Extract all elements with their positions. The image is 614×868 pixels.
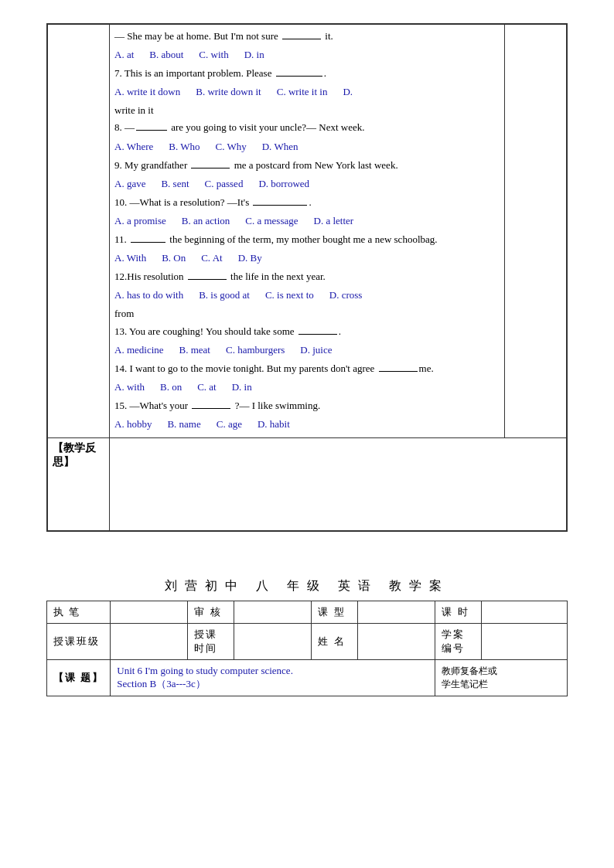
q9-a: A. gave — [114, 175, 145, 192]
q7-c: C. write it in — [277, 83, 328, 100]
q7-b: B. write down it — [196, 83, 261, 100]
top-section: — She may be at home. But I'm not sure i… — [46, 23, 568, 532]
reflection-area — [110, 438, 567, 531]
q12-d: D. cross — [329, 287, 363, 304]
shenhe-value — [234, 601, 312, 624]
course-content: Unit 6 I'm going to study computer scien… — [111, 660, 435, 696]
teacher-notes: 教师复备栏或学生笔记栏 — [435, 660, 568, 696]
q10-b: B. an action — [182, 213, 230, 230]
info-row2: 授课班级 授课时间 姓 名 学案编号 — [47, 624, 568, 660]
q8-c: C. Why — [216, 138, 247, 155]
info-row1: 执 笔 审 核 课 型 课 时 — [47, 601, 568, 624]
q11-a: A. With — [114, 250, 146, 267]
q14-d: D. in — [232, 379, 252, 396]
keshi-value — [482, 601, 568, 624]
q9-b: B. sent — [161, 175, 189, 192]
school-title: 刘营初中 八 年级 英语 教学案 — [46, 578, 568, 594]
intro-line: — She may be at home. But I'm not sure i… — [114, 28, 500, 45]
q8-text: 8. — are you going to visit your uncle?—… — [114, 119, 500, 136]
shijian-value — [234, 624, 312, 660]
keti-label: 【课 题】 — [47, 660, 111, 696]
questions-table: — She may be at home. But I'm not sure i… — [47, 24, 567, 531]
q7-text: 7. This is an important problem. Please … — [114, 65, 500, 82]
q10-d: D. a letter — [314, 213, 354, 230]
q9-c: C. passed — [205, 175, 244, 192]
q15-text: 15. —What's your ?— I like swimming. — [114, 397, 500, 414]
course-row: 【课 题】 Unit 6 I'm going to study computer… — [47, 660, 568, 696]
q11-b: B. On — [162, 250, 186, 267]
zhubi-value — [111, 601, 188, 624]
q14-b: B. on — [160, 379, 182, 396]
kexing-value — [358, 601, 435, 624]
xingming-label: 姓 名 — [312, 624, 358, 660]
q7-options: A. write it down B. write down it C. wri… — [114, 83, 500, 100]
shoukebanj-value — [111, 624, 188, 660]
option-c: C. with — [199, 46, 228, 63]
shijian-label: 授课时间 — [188, 624, 234, 660]
q7-a: A. write it down — [114, 83, 180, 100]
q12-d-continued: from — [114, 305, 500, 322]
course-line2: Section B（3a---3c） — [117, 677, 428, 691]
empty-label — [48, 25, 110, 438]
q11-options: A. With B. On C. At D. By — [114, 250, 500, 267]
q9-text: 9. My grandfather me a postcard from New… — [114, 157, 500, 174]
q12-c: C. is next to — [265, 287, 314, 304]
kexing-label: 课 型 — [312, 601, 358, 624]
q9-options: A. gave B. sent C. passed D. borrowed — [114, 175, 500, 192]
option-a: A. at — [114, 46, 134, 63]
q7-d: D. — [343, 83, 353, 100]
q14-options: A. with B. on C. at D. in — [114, 379, 500, 396]
q11-text: 11. the beginning of the term, my mother… — [114, 231, 500, 248]
q12-options: A. has to do with B. is good at C. is ne… — [114, 287, 500, 304]
divider — [0, 547, 614, 570]
reflection-label: 【教学反思】 — [48, 438, 110, 531]
q13-c: C. hamburgers — [226, 342, 285, 359]
q10-options: A. a promise B. an action C. a message D… — [114, 213, 500, 230]
shenhe-label: 审 核 — [188, 601, 234, 624]
q14-a: A. with — [114, 379, 145, 396]
q15-a: A. hobby — [114, 416, 152, 433]
q14-text: 14. I want to go to the movie tonight. B… — [114, 360, 500, 377]
q13-text: 13. You are coughing! You should take so… — [114, 323, 500, 340]
right-empty-col — [505, 25, 567, 438]
q15-d: D. habit — [258, 416, 290, 433]
xingming-value — [358, 624, 435, 660]
option-b: B. about — [149, 46, 183, 63]
q7-d-text: write in it — [114, 102, 500, 119]
info-table: 执 笔 审 核 课 型 课 时 授课班级 授课时间 姓 名 学案编号 — [46, 601, 568, 696]
intro-options: A. at B. about C. with D. in — [114, 46, 500, 63]
q12-a: A. has to do with — [114, 287, 183, 304]
zhubi-label: 执 笔 — [47, 601, 111, 624]
q13-options: A. medicine B. meat C. hamburgers D. jui… — [114, 342, 500, 359]
xuean-label: 学案编号 — [435, 624, 482, 660]
course-line1: Unit 6 I'm going to study computer scien… — [117, 665, 428, 677]
q13-b: B. meat — [179, 342, 210, 359]
questions-content: — She may be at home. But I'm not sure i… — [110, 25, 505, 438]
q13-a: A. medicine — [114, 342, 164, 359]
q12-text: 12.His resolution the life in the next y… — [114, 268, 500, 285]
q13-d: D. juice — [300, 342, 332, 359]
q11-c: C. At — [201, 250, 222, 267]
q10-a: A. a promise — [114, 213, 166, 230]
q8-options: A. Where B. Who C. Why D. When — [114, 138, 500, 155]
q10-text: 10. —What is a resolution? —It's . — [114, 194, 500, 211]
q15-b: B. name — [167, 416, 200, 433]
q15-c: C. age — [217, 416, 242, 433]
xuean-value — [482, 624, 568, 660]
q8-a: A. Where — [114, 138, 153, 155]
page: — She may be at home. But I'm not sure i… — [0, 0, 614, 868]
q8-b: B. Who — [169, 138, 200, 155]
q11-d: D. By — [238, 250, 262, 267]
q10-c: C. a message — [245, 213, 298, 230]
q8-d: D. When — [262, 138, 298, 155]
keshi-label: 课 时 — [435, 601, 482, 624]
option-d: D. in — [244, 46, 264, 63]
q12-b: B. is good at — [199, 287, 250, 304]
q15-options: A. hobby B. name C. age D. habit — [114, 416, 500, 433]
q14-c: C. at — [197, 379, 217, 396]
bottom-section: 刘营初中 八 年级 英语 教学案 执 笔 审 核 课 型 课 时 授课班级 授课… — [46, 578, 568, 696]
q9-d: D. borrowed — [258, 175, 309, 192]
shoukebanj-label: 授课班级 — [47, 624, 111, 660]
